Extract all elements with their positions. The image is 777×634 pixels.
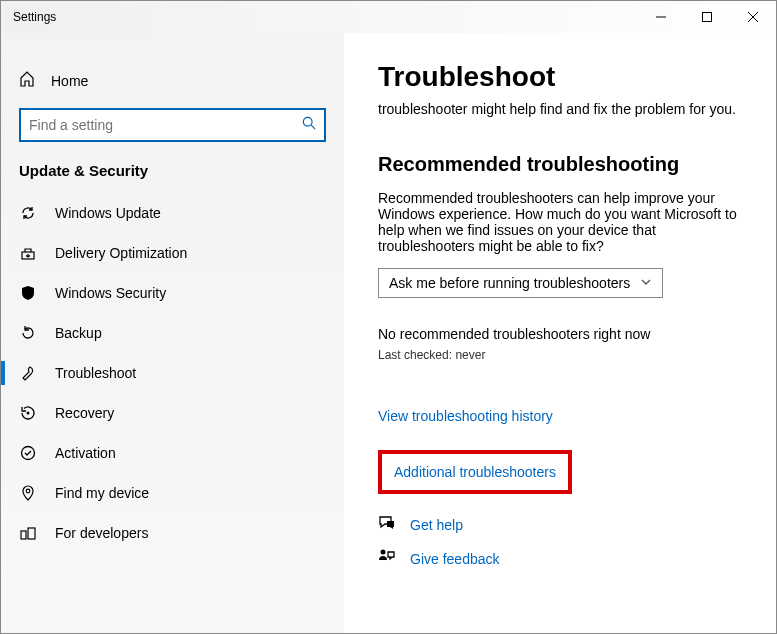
description: Recommended troubleshooters can help imp… <box>378 190 742 254</box>
sidebar-item-label: Backup <box>55 325 102 341</box>
search-box[interactable] <box>19 108 326 142</box>
link-get-help[interactable]: Get help <box>410 517 463 533</box>
highlight-box: Additional troubleshooters <box>378 450 572 494</box>
link-history[interactable]: View troubleshooting history <box>378 408 742 424</box>
dropdown-value: Ask me before running troubleshooters <box>389 275 630 291</box>
support-get-help: Get help <box>378 514 742 536</box>
feedback-icon <box>378 548 396 570</box>
sidebar-item-label: Activation <box>55 445 116 461</box>
sidebar-item-windows-update[interactable]: Windows Update <box>1 193 344 233</box>
sidebar-item-label: Windows Update <box>55 205 161 221</box>
backup-icon <box>19 325 37 341</box>
location-icon <box>19 485 37 501</box>
delivery-icon <box>19 245 37 261</box>
developers-icon <box>19 525 37 541</box>
status-text: No recommended troubleshooters right now <box>378 326 742 342</box>
sidebar-item-delivery-optimization[interactable]: Delivery Optimization <box>1 233 344 273</box>
troubleshoot-preference-dropdown[interactable]: Ask me before running troubleshooters <box>378 268 663 298</box>
nav-home-label: Home <box>51 73 88 89</box>
section-title: Update & Security <box>1 162 344 193</box>
page-title: Troubleshoot <box>378 61 742 93</box>
titlebar: Settings <box>1 1 776 33</box>
svg-point-7 <box>27 412 30 415</box>
sidebar-item-windows-security[interactable]: Windows Security <box>1 273 344 313</box>
svg-point-12 <box>381 550 386 555</box>
last-checked: Last checked: never <box>378 348 742 362</box>
window-controls <box>638 1 776 33</box>
sidebar-item-label: Troubleshoot <box>55 365 136 381</box>
link-give-feedback[interactable]: Give feedback <box>410 551 500 567</box>
shield-icon <box>19 285 37 301</box>
close-button[interactable] <box>730 1 776 33</box>
svg-rect-10 <box>21 531 26 539</box>
svg-point-9 <box>26 489 30 493</box>
sidebar-item-label: Find my device <box>55 485 149 501</box>
svg-rect-1 <box>703 13 712 22</box>
sidebar-item-find-my-device[interactable]: Find my device <box>1 473 344 513</box>
svg-rect-11 <box>28 528 35 539</box>
chat-icon <box>378 514 396 536</box>
sidebar: Home Update & Security Windows Update De… <box>1 33 344 633</box>
sub-heading: Recommended troubleshooting <box>378 153 742 176</box>
minimize-button[interactable] <box>638 1 684 33</box>
link-additional-troubleshooters[interactable]: Additional troubleshooters <box>394 464 556 480</box>
sidebar-item-label: For developers <box>55 525 148 541</box>
maximize-button[interactable] <box>684 1 730 33</box>
content: Troubleshoot troubleshooter might help f… <box>344 33 776 633</box>
svg-point-4 <box>303 117 312 126</box>
svg-point-8 <box>22 447 35 460</box>
home-icon <box>19 71 35 90</box>
svg-line-5 <box>311 125 315 129</box>
sidebar-item-backup[interactable]: Backup <box>1 313 344 353</box>
window-title: Settings <box>13 10 56 24</box>
sidebar-item-for-developers[interactable]: For developers <box>1 513 344 553</box>
sidebar-item-troubleshoot[interactable]: Troubleshoot <box>1 353 344 393</box>
intro-text: troubleshooter might help find and fix t… <box>378 101 742 117</box>
sync-icon <box>19 205 37 221</box>
recovery-icon <box>19 405 37 421</box>
check-circle-icon <box>19 445 37 461</box>
chevron-down-icon <box>640 275 652 291</box>
sidebar-item-activation[interactable]: Activation <box>1 433 344 473</box>
support-give-feedback: Give feedback <box>378 548 742 570</box>
sidebar-item-label: Recovery <box>55 405 114 421</box>
search-icon <box>302 116 316 134</box>
wrench-icon <box>19 365 37 381</box>
sidebar-item-recovery[interactable]: Recovery <box>1 393 344 433</box>
sidebar-item-label: Delivery Optimization <box>55 245 187 261</box>
nav-home[interactable]: Home <box>1 63 344 98</box>
search-input[interactable] <box>29 117 302 133</box>
sidebar-item-label: Windows Security <box>55 285 166 301</box>
